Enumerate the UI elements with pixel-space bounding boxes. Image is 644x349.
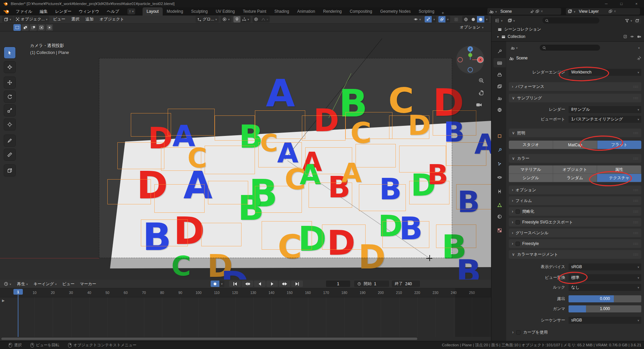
section-sampling[interactable]: ∨ サンプリング ∷∷ <box>509 94 641 102</box>
properties-tab-object-data[interactable] <box>493 200 506 210</box>
select-mode-new[interactable] <box>13 24 21 31</box>
playhead-line[interactable] <box>18 294 18 337</box>
timeline-ruler[interactable]: 1020304050607080901001101201301401501601… <box>0 288 491 297</box>
tool-transform[interactable] <box>4 119 15 130</box>
outliner-display-mode-button[interactable]: ∨ <box>506 17 517 24</box>
menu-item[interactable]: ウィンドウ <box>75 7 103 15</box>
drag-grip-icon[interactable]: ∷∷ <box>633 199 638 203</box>
menu-item[interactable]: ヘルプ <box>103 7 123 15</box>
properties-tab-view-layer[interactable] <box>493 81 506 91</box>
drag-grip-icon[interactable]: ∷∷ <box>633 220 638 224</box>
view-transform-dropdown[interactable]: 標準 ∨ <box>569 274 641 281</box>
shading-dropdown[interactable]: ∨ <box>484 16 489 22</box>
section-color[interactable]: ∨ カラー ∷∷ <box>509 154 641 163</box>
blender-logo-icon[interactable] <box>3 9 9 14</box>
workspace-tab[interactable]: Compositing <box>346 7 376 15</box>
drag-grip-icon[interactable]: ∷∷ <box>633 210 638 213</box>
workspace-tab[interactable]: Modeling <box>163 7 187 15</box>
new-view-layer-icon[interactable] <box>608 9 612 13</box>
workspace-tab[interactable]: Scripting <box>415 7 438 15</box>
section-collapsed[interactable]: › Freestyle ∷∷ <box>509 239 641 248</box>
tool-cursor[interactable] <box>4 61 15 73</box>
workspace-tab[interactable]: Geometry Nodes <box>376 7 415 15</box>
workspace-tab[interactable]: UV Editing <box>212 7 239 15</box>
exclude-checkbox-icon[interactable] <box>623 35 627 39</box>
pin-icon[interactable] <box>637 56 641 60</box>
jump-to-end-button[interactable] <box>291 281 303 287</box>
outliner-row-collection[interactable]: ▸ Collection <box>491 33 644 40</box>
properties-search[interactable] <box>540 45 600 51</box>
properties-breadcrumb-button[interactable]: ∨ <box>509 45 520 51</box>
properties-options-dropdown[interactable]: ∨ <box>638 46 640 49</box>
breadcrumb-scene[interactable]: Scene <box>516 56 528 60</box>
viewport-menu-item[interactable]: オブジェクト <box>97 16 127 22</box>
properties-tab-particles[interactable] <box>493 159 506 169</box>
timeline-menu-item[interactable]: 再生∨ <box>14 281 31 287</box>
pan-button[interactable] <box>477 89 485 97</box>
workspace-tab[interactable]: Shading <box>270 7 293 15</box>
zoom-button[interactable] <box>477 77 485 85</box>
sampling-viewport-dropdown[interactable]: 1パスアンチエイリアシング ∨ <box>569 116 641 123</box>
frame-start-field[interactable]: 開始1 <box>354 281 389 287</box>
menu-item[interactable]: レンダー <box>51 7 75 15</box>
version-compat-widget[interactable]: ↑∨ <box>127 8 135 14</box>
workspace-tab[interactable]: Rendering <box>319 7 345 15</box>
viewport-menu-item[interactable]: 追加 <box>83 16 97 22</box>
lighting-option[interactable]: フラット <box>597 141 641 149</box>
render-engine-dropdown[interactable]: Workbench ∨ <box>569 69 641 76</box>
current-frame-field[interactable]: 1 <box>326 281 350 287</box>
channel-expander-icon[interactable]: ▶ <box>2 299 5 302</box>
transform-orientation-dropdown[interactable]: グロ... ∨ <box>196 16 219 22</box>
tool-annotate[interactable] <box>4 135 15 146</box>
scrollbar-thumb[interactable] <box>1 338 417 340</box>
select-mode-intersect[interactable] <box>46 24 53 31</box>
play-reverse-button[interactable] <box>254 281 266 287</box>
properties-tab-output[interactable] <box>493 70 506 80</box>
scene-name[interactable]: Scene <box>498 9 529 14</box>
timeline-track-area[interactable] <box>0 297 491 337</box>
section-performance[interactable]: › パフォーマンス ∷∷ <box>509 82 641 91</box>
navigation-gizmo[interactable]: Z X <box>456 46 484 74</box>
play-button[interactable] <box>266 281 278 287</box>
color-option[interactable]: マテリアル <box>509 165 553 174</box>
drag-grip-icon[interactable]: ∷∷ <box>633 231 638 235</box>
object-visibility-dropdown[interactable]: ∨ <box>412 16 423 22</box>
xray-toggle[interactable] <box>452 16 460 22</box>
outliner-editor-type-button[interactable]: ∨ <box>493 17 504 24</box>
workspace-tab[interactable]: Animation <box>293 7 319 15</box>
section-color-management[interactable]: ∨ カラーマネージメント ∷∷ <box>509 250 641 259</box>
viewport-menu-item[interactable]: ビュー <box>50 16 68 22</box>
overlays-dropdown[interactable]: ∨ <box>445 16 450 22</box>
properties-tab-tool[interactable] <box>493 46 506 56</box>
properties-tab-render[interactable] <box>493 58 506 68</box>
outliner-row-scene-collection[interactable]: シーンコレクション <box>491 26 644 33</box>
color-option[interactable]: ランダム <box>553 174 597 182</box>
auto-keying-dropdown[interactable]: ∨ <box>219 281 224 287</box>
timeline-menu-item[interactable]: ビュー <box>60 281 77 287</box>
gizmo-neg-x-axis[interactable] <box>458 57 463 62</box>
mode-selector[interactable]: オブジェク... ∨ <box>14 16 49 22</box>
gizmo-x-axis[interactable]: X <box>478 57 483 62</box>
filter-button[interactable]: ∨ <box>625 18 632 23</box>
timeline-editor-type-button[interactable]: ∨ <box>2 281 13 287</box>
workspace-tab[interactable]: Layout <box>143 7 163 15</box>
color-option[interactable]: オブジェクト <box>553 165 597 174</box>
previous-keyframe-button[interactable] <box>241 281 253 287</box>
camera-border[interactable] <box>99 58 452 258</box>
scene-selector[interactable]: ∨ Scene × <box>487 8 561 15</box>
drag-grip-icon[interactable]: ∷∷ <box>633 157 638 160</box>
section-collapsed[interactable]: › フィルム ∷∷ <box>509 196 641 205</box>
viewport-3d[interactable]: ABCDDABCADCDBACADABCABABDBBDBDCDDDBBBBDD… <box>0 32 491 280</box>
snap-target-dropdown[interactable]: ∨ <box>240 16 251 22</box>
proportional-falloff-dropdown[interactable]: ∨ <box>260 16 270 22</box>
menu-item[interactable]: ファイル <box>12 7 36 15</box>
drag-grip-icon[interactable]: ∷∷ <box>633 131 638 135</box>
properties-tab-physics[interactable] <box>493 172 506 182</box>
section-collapsed[interactable]: › Freestyle SVGエクスポート ∷∷ <box>509 218 641 227</box>
select-mode-extend[interactable] <box>21 24 29 31</box>
frame-end-field[interactable]: 終了240 <box>392 281 420 287</box>
shading-wireframe-button[interactable] <box>462 16 470 22</box>
drag-grip-icon[interactable]: ∷∷ <box>633 188 638 192</box>
select-mode-invert[interactable] <box>38 24 45 31</box>
drag-grip-icon[interactable]: ∷∷ <box>633 253 638 256</box>
